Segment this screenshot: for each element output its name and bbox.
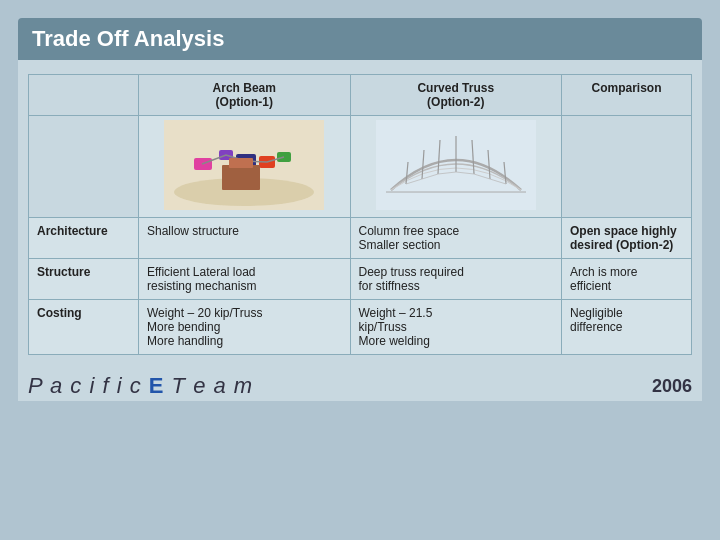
logo-e-letter: E xyxy=(149,373,165,398)
comparison-image-cell xyxy=(562,116,692,218)
header-col2: Curved Truss (Option-2) xyxy=(350,75,562,116)
header-col1: Arch Beam (Option-1) xyxy=(139,75,351,116)
arch-beam-svg xyxy=(164,120,324,210)
row-col2-architecture: Column free space Smaller section xyxy=(350,218,562,259)
footer-logo: P a c i f i c E T e a m xyxy=(28,373,253,399)
trade-off-table: Arch Beam (Option-1) Curved Truss (Optio… xyxy=(28,74,692,355)
row-label-costing: Costing xyxy=(29,300,139,355)
architecture-col2-text: Column free space Smaller section xyxy=(359,224,460,252)
page-title: Trade Off Analysis xyxy=(18,18,702,60)
logo-team-text: T e a m xyxy=(172,373,254,398)
row-col3-architecture-highlight: Open space highly desired (Option-2) xyxy=(562,218,692,259)
row-col1-structure: Efficient Lateral load resisting mechani… xyxy=(139,259,351,300)
svg-rect-8 xyxy=(229,158,253,168)
content-area: Arch Beam (Option-1) Curved Truss (Optio… xyxy=(18,60,702,365)
table-row: Costing Weight – 20 kip/Truss More bendi… xyxy=(29,300,692,355)
row-col2-structure: Deep truss required for stiffness xyxy=(350,259,562,300)
col1-label: Arch Beam (Option-1) xyxy=(213,81,276,109)
footer-year: 2006 xyxy=(652,376,692,397)
structure-col3-text: Arch is more efficient xyxy=(570,265,637,293)
costing-col3-text: Negligible difference xyxy=(570,306,623,334)
image-row-label xyxy=(29,116,139,218)
page-container: Trade Off Analysis Arch Beam (Option-1) … xyxy=(0,0,720,540)
row-label-structure: Structure xyxy=(29,259,139,300)
row-col1-costing: Weight – 20 kip/Truss More bending More … xyxy=(139,300,351,355)
table-row: Structure Efficient Lateral load resisti… xyxy=(29,259,692,300)
table-header-row: Arch Beam (Option-1) Curved Truss (Optio… xyxy=(29,75,692,116)
structure-col1-text: Efficient Lateral load resisting mechani… xyxy=(147,265,256,293)
curved-truss-image-cell xyxy=(350,116,562,218)
row-col3-structure: Arch is more efficient xyxy=(562,259,692,300)
row-col1-architecture: Shallow structure xyxy=(139,218,351,259)
arch-beam-image-cell xyxy=(139,116,351,218)
costing-col1-text: Weight – 20 kip/Truss More bending More … xyxy=(147,306,262,348)
architecture-col1-text: Shallow structure xyxy=(147,224,239,238)
footer: P a c i f i c E T e a m 2006 xyxy=(18,365,702,401)
table-row: Architecture Shallow structure Column fr… xyxy=(29,218,692,259)
row-col2-costing: Weight – 21.5 kip/Truss More welding xyxy=(350,300,562,355)
row-label-architecture: Architecture xyxy=(29,218,139,259)
col2-label: Curved Truss (Option-2) xyxy=(417,81,494,109)
structure-col2-text: Deep truss required for stiffness xyxy=(359,265,464,293)
table-body: Architecture Shallow structure Column fr… xyxy=(29,218,692,355)
header-empty xyxy=(29,75,139,116)
header-col3: Comparison xyxy=(562,75,692,116)
curved-truss-svg xyxy=(376,120,536,210)
svg-rect-7 xyxy=(222,165,260,190)
costing-col2-text: Weight – 21.5 kip/Truss More welding xyxy=(359,306,433,348)
image-row xyxy=(29,116,692,218)
logo-pacific-text: P a c i f i c xyxy=(28,373,149,398)
row-col3-costing: Negligible difference xyxy=(562,300,692,355)
